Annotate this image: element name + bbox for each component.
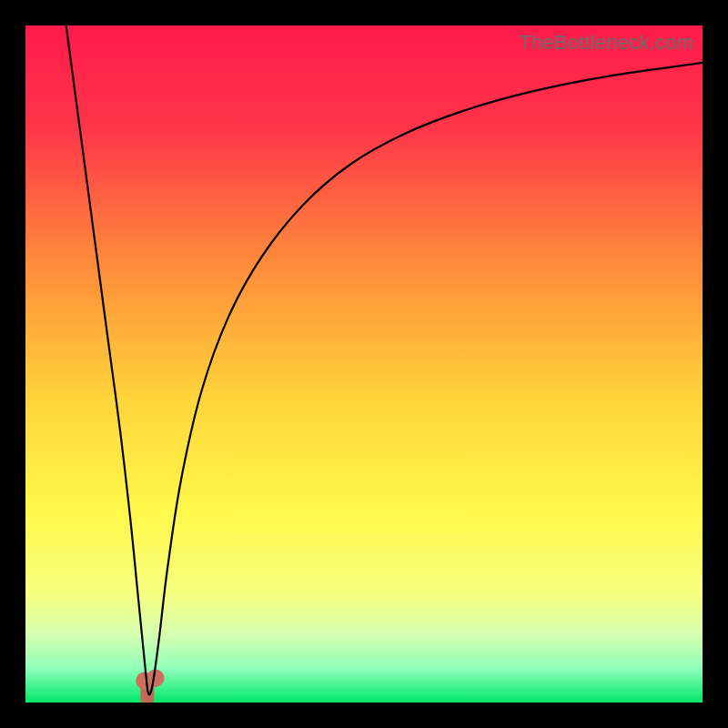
- watermark-text: TheBottleneck.com: [519, 31, 693, 55]
- chart-frame: TheBottleneck.com: [25, 25, 703, 703]
- bottleneck-chart: [25, 25, 703, 703]
- gradient-background: [25, 25, 703, 703]
